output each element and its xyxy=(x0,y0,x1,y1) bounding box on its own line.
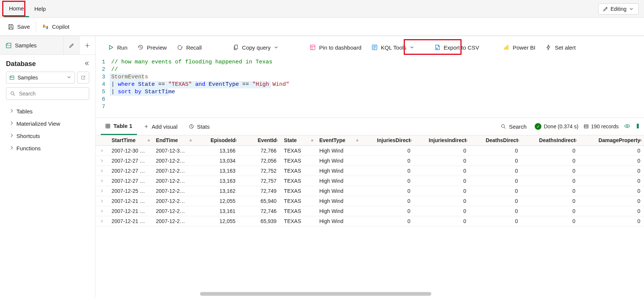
table-row[interactable]: 2007-12-25 …2007-12-2…13,16272,749TEXASH… xyxy=(96,186,644,196)
code-line[interactable] xyxy=(111,96,644,103)
cell[interactable]: High Wind xyxy=(316,176,361,186)
cell[interactable]: High Wind xyxy=(316,206,361,216)
cell[interactable]: 72,766 xyxy=(239,145,280,156)
cell[interactable]: 0 xyxy=(361,145,414,156)
expand-row-button[interactable] xyxy=(96,196,108,206)
table-row[interactable]: 2007-12-30 …2007-12-3…13,16672,766TEXASH… xyxy=(96,145,644,156)
cell[interactable]: 72,757 xyxy=(239,176,280,186)
cell[interactable]: 0 xyxy=(522,166,579,176)
cell[interactable]: 0 xyxy=(470,206,522,216)
cell[interactable]: 0 xyxy=(579,176,644,186)
column-menu-icon[interactable]: ≡ xyxy=(640,138,642,142)
results-search-button[interactable]: Search xyxy=(498,122,530,131)
cell[interactable]: 0 xyxy=(579,166,644,176)
add-tab-button[interactable] xyxy=(79,36,95,54)
cell[interactable]: 0 xyxy=(361,186,414,196)
column-menu-icon[interactable]: ≡ xyxy=(311,138,313,142)
cell[interactable]: 0 xyxy=(414,176,470,186)
column-header[interactable]: StartTime≡ xyxy=(108,135,152,145)
cell[interactable]: High Wind xyxy=(316,186,361,196)
preview-button[interactable]: Preview xyxy=(133,42,171,53)
table-row[interactable]: 2007-12-27 …2007-12-2…13,16372,752TEXASH… xyxy=(96,166,644,176)
cell[interactable]: 2007-12-3… xyxy=(152,145,194,156)
cell[interactable]: 0 xyxy=(522,206,579,216)
cell[interactable]: 0 xyxy=(361,206,414,216)
cell[interactable]: High Wind xyxy=(316,156,361,166)
cell[interactable]: 0 xyxy=(361,176,414,186)
run-button[interactable]: Run xyxy=(103,42,132,53)
cell[interactable]: 2007-12-2… xyxy=(152,196,194,206)
cell[interactable]: 2007-12-2… xyxy=(152,186,194,196)
cell[interactable]: 0 xyxy=(470,156,522,166)
cell[interactable]: 0 xyxy=(579,206,644,216)
copy-query-button[interactable]: Copy query xyxy=(228,42,284,53)
cell[interactable]: 0 xyxy=(414,145,470,156)
cell[interactable]: 13,166 xyxy=(194,145,239,156)
column-header[interactable]: DeathsIndirect≡ xyxy=(522,135,579,145)
cell[interactable]: TEXAS xyxy=(280,186,316,196)
code-line[interactable]: // xyxy=(111,66,644,73)
column-menu-icon[interactable]: ≡ xyxy=(575,138,577,142)
cell[interactable]: High Wind xyxy=(316,145,361,156)
cell[interactable]: 2007-12-30 … xyxy=(108,145,152,156)
rename-tab-button[interactable] xyxy=(64,36,79,54)
cell[interactable]: 2007-12-2… xyxy=(152,206,194,216)
results-grid[interactable]: StartTime≡EndTime≡EpisodeId≡EventId≡Stat… xyxy=(96,135,644,297)
cell[interactable]: 12,055 xyxy=(194,196,239,206)
cell[interactable]: 0 xyxy=(579,145,644,156)
cell[interactable]: 0 xyxy=(579,156,644,166)
cell[interactable]: TEXAS xyxy=(280,145,316,156)
cell[interactable]: 0 xyxy=(414,216,470,226)
tree-node-materialized-views[interactable]: Materialized View xyxy=(5,117,90,130)
column-header[interactable]: EventId≡ xyxy=(239,135,280,145)
collapse-sidebar-button[interactable] xyxy=(84,61,89,67)
expand-row-button[interactable] xyxy=(96,186,108,196)
column-menu-icon[interactable]: ≡ xyxy=(235,138,237,142)
open-database-button[interactable] xyxy=(77,72,89,84)
stats-tab[interactable]: Stats xyxy=(184,118,214,135)
column-header[interactable]: State≡ xyxy=(280,135,316,145)
column-menu-icon[interactable]: ≡ xyxy=(276,138,278,142)
cell[interactable]: 13,163 xyxy=(194,166,239,176)
cell[interactable]: 12,055 xyxy=(194,216,239,226)
column-header[interactable]: InjuriesDirect≡ xyxy=(361,135,414,145)
table-row[interactable]: 2007-12-21 …2007-12-2…13,16172,746TEXASH… xyxy=(96,206,644,216)
tree-node-functions[interactable]: Functions xyxy=(5,142,90,154)
column-header[interactable]: EndTime≡ xyxy=(152,135,194,145)
queryset-tab-samples[interactable]: Samples xyxy=(0,36,64,54)
cell[interactable]: 0 xyxy=(470,216,522,226)
cell[interactable]: 72,056 xyxy=(239,156,280,166)
column-menu-icon[interactable]: ≡ xyxy=(410,138,412,142)
cell[interactable]: 2007-12-2… xyxy=(152,156,194,166)
table-row[interactable]: 2007-12-21 …2007-12-2…12,05565,940TEXASH… xyxy=(96,196,644,206)
cell[interactable]: 2007-12-2… xyxy=(152,166,194,176)
table-row[interactable]: 2007-12-21 …2007-12-2…12,05565,939TEXASH… xyxy=(96,216,644,226)
power-bi-button[interactable]: Power BI xyxy=(498,42,540,53)
cell[interactable]: 72,752 xyxy=(239,166,280,176)
cell[interactable]: 65,939 xyxy=(239,216,280,226)
cell[interactable]: 2007-12-2… xyxy=(152,216,194,226)
column-menu-icon[interactable]: ≡ xyxy=(190,138,192,142)
cell[interactable]: 2007-12-21 … xyxy=(108,216,152,226)
cell[interactable]: TEXAS xyxy=(280,196,316,206)
cell[interactable]: 72,746 xyxy=(239,206,280,216)
cell[interactable]: 0 xyxy=(470,166,522,176)
tab-help[interactable]: Help xyxy=(29,1,51,16)
column-header[interactable]: DeathsDirect≡ xyxy=(470,135,522,145)
cell[interactable]: 0 xyxy=(361,166,414,176)
cell[interactable]: TEXAS xyxy=(280,206,316,216)
column-menu-icon[interactable]: ≡ xyxy=(517,138,519,142)
copilot-button[interactable]: Copilot xyxy=(38,21,73,32)
cell[interactable]: 0 xyxy=(522,186,579,196)
query-editor[interactable]: 1234567 // how many events of flooding h… xyxy=(96,59,644,117)
cell[interactable]: 0 xyxy=(361,196,414,206)
column-header[interactable]: InjuriesIndirect≡ xyxy=(414,135,470,145)
expand-row-button[interactable] xyxy=(96,156,108,166)
pin-to-dashboard-button[interactable]: Pin to dashboard xyxy=(305,42,366,53)
cell[interactable]: 2007-12-27 … xyxy=(108,166,152,176)
expand-row-button[interactable] xyxy=(96,216,108,226)
cell[interactable]: 0 xyxy=(470,145,522,156)
cell[interactable]: 0 xyxy=(414,166,470,176)
cell[interactable]: High Wind xyxy=(316,196,361,206)
column-menu-icon[interactable]: ≡ xyxy=(148,138,150,142)
